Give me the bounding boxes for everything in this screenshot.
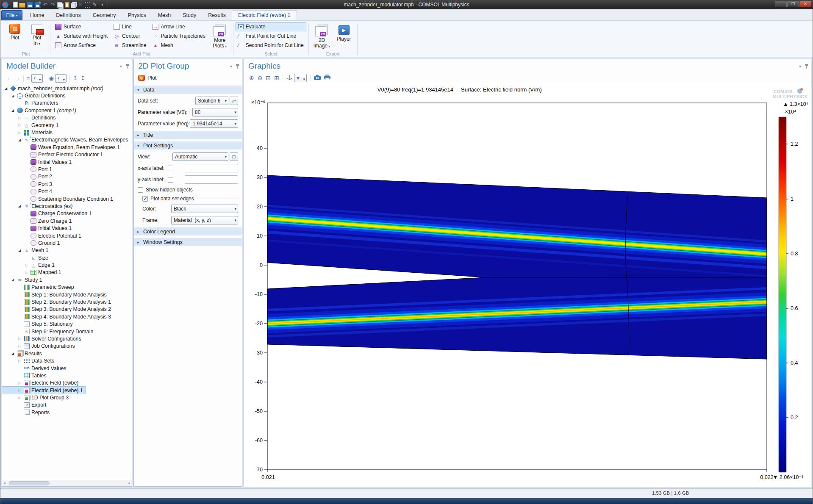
tab-mesh[interactable]: Mesh bbox=[152, 11, 177, 20]
expander-icon[interactable] bbox=[18, 204, 23, 208]
pin-icon[interactable] bbox=[236, 64, 239, 69]
data-set-dropdown[interactable]: Solution 6 bbox=[195, 97, 228, 105]
tree-item-port-2[interactable]: Port 2 bbox=[2, 173, 55, 180]
expander-icon[interactable] bbox=[18, 388, 23, 392]
tree-item-perfect-electric-conductor-1[interactable]: Perfect Electric Conductor 1 bbox=[2, 151, 105, 158]
show-icon[interactable]: ◉ bbox=[49, 75, 54, 82]
expander-icon[interactable] bbox=[18, 123, 23, 127]
first-point-cut-line-button[interactable]: ∕ First Point for Cut Line bbox=[236, 31, 306, 41]
tree-item-component-1[interactable]: Component 1(comp1) bbox=[2, 107, 79, 114]
paste-icon[interactable] bbox=[65, 2, 69, 8]
expander-icon[interactable] bbox=[25, 271, 30, 274]
tree-item-electric-field-ewbe[interactable]: Electric Field (ewbe) bbox=[2, 379, 81, 387]
arrow-line-button[interactable]: →Arrow Line bbox=[150, 22, 208, 31]
tree-item-port-3[interactable]: Port 3 bbox=[2, 180, 55, 188]
tree-item-reports[interactable]: Reports bbox=[2, 409, 52, 416]
tree-item-initial-values-1[interactable]: Initial Values 1 bbox=[2, 158, 74, 166]
open-icon[interactable] bbox=[19, 3, 25, 8]
tree-item-1d-plot-group-3[interactable]: 1D Plot Group 3 bbox=[2, 394, 71, 401]
tab-electric-field-ewbe-1[interactable]: Electric Field (ewbe) 1 bbox=[232, 10, 297, 20]
tree-item-size[interactable]: ◣Size bbox=[2, 254, 51, 261]
tree-item-geometry-1[interactable]: △Geometry 1 bbox=[2, 122, 61, 129]
tree-item-job-configurations[interactable]: Job Configurations bbox=[2, 343, 78, 350]
print-icon[interactable] bbox=[324, 75, 330, 81]
select-frame-icon[interactable] bbox=[85, 2, 90, 8]
section-title[interactable]: Title bbox=[134, 131, 242, 139]
arrow-surface-button[interactable]: →Arrow Surface bbox=[53, 41, 110, 50]
delete-icon[interactable] bbox=[77, 2, 83, 8]
tree-item-solver-configurations[interactable]: Solver Configurations bbox=[2, 335, 84, 342]
freq-dropdown[interactable]: 1.934145e14 bbox=[190, 119, 238, 128]
tree-item-definitions[interactable]: ≡Definitions bbox=[2, 114, 58, 122]
tree-item-wave-equation-beam-envelopes-1[interactable]: Wave Equation, Beam Envelopes 1 bbox=[2, 144, 122, 151]
tree-item-global-definit-ions[interactable]: ≡Global Definit­ions bbox=[2, 92, 68, 99]
zoom-extents-icon[interactable]: ⊞ bbox=[274, 75, 279, 81]
dd-icon[interactable] bbox=[99, 2, 105, 8]
tree-item-edge-1[interactable]: △Edge 1 bbox=[2, 261, 57, 269]
save-as-icon[interactable] bbox=[34, 2, 41, 8]
panel-menu-icon[interactable] bbox=[120, 64, 122, 69]
tree-item-data-sets[interactable]: Data Sets bbox=[2, 357, 57, 364]
show-hidden-objects-checkbox[interactable] bbox=[138, 187, 143, 193]
go-to-source-button[interactable]: ⇄ bbox=[230, 97, 238, 105]
tree-item-mesh-1[interactable]: ▲Mesh 1 bbox=[2, 247, 51, 254]
streamline-button[interactable]: ≋Streamline bbox=[111, 41, 149, 50]
save-icon[interactable] bbox=[27, 2, 33, 8]
tab-study[interactable]: Study bbox=[177, 11, 202, 20]
tab-geometry[interactable]: Geometry bbox=[87, 11, 122, 20]
expander-icon[interactable] bbox=[18, 131, 23, 135]
expander-icon[interactable] bbox=[5, 86, 10, 90]
tree-item-results[interactable]: Results bbox=[2, 350, 44, 357]
particle-trajectories-button[interactable]: ∴Particle Trajectories bbox=[150, 31, 208, 41]
section-plot-settings[interactable]: Plot Settings bbox=[134, 141, 242, 150]
expander-icon[interactable] bbox=[18, 381, 23, 385]
plot-canvas[interactable]: V0(9)=80 freq(1)=1.934145e14 Surface: El… bbox=[244, 83, 811, 487]
maximize-button[interactable]: ❐ bbox=[787, 1, 799, 7]
plot-in-button[interactable]: PlotIn bbox=[26, 22, 48, 50]
tree-item-step-6-frequency-domain[interactable]: ∿Step 6: Frequency Domain bbox=[2, 328, 96, 335]
expander-icon[interactable] bbox=[18, 396, 23, 400]
tree-item-electric-field-ewbe-1[interactable]: Electric Field (ewbe) 1 bbox=[2, 387, 86, 394]
redo-icon[interactable] bbox=[50, 2, 56, 8]
line-button[interactable]: Line bbox=[111, 22, 149, 31]
expander-icon[interactable] bbox=[11, 108, 17, 112]
zoom-in-icon[interactable]: ⊕ bbox=[249, 75, 254, 81]
expander-icon[interactable] bbox=[18, 344, 23, 348]
y-axis-label-checkbox[interactable] bbox=[168, 177, 173, 183]
tree-item-materials[interactable]: Materials bbox=[2, 129, 55, 136]
tree-item-derived-values[interactable]: 8.85Derived Values bbox=[2, 365, 69, 372]
v0-dropdown[interactable]: 80 bbox=[192, 108, 238, 116]
evaluate-button[interactable]: Evaluate bbox=[236, 22, 306, 31]
tree-item-initial-values-1[interactable]: Initial Values 1 bbox=[2, 224, 74, 232]
zoom-box-icon[interactable]: ⊡ bbox=[266, 75, 271, 81]
expander-icon[interactable] bbox=[18, 116, 23, 120]
expander-icon[interactable] bbox=[11, 278, 17, 282]
frame-dropdown[interactable]: Material (x, y, z) bbox=[171, 216, 238, 224]
plot-data-set-edges-checkbox[interactable] bbox=[142, 196, 148, 202]
pin-icon[interactable] bbox=[125, 64, 129, 69]
tree-item-export[interactable]: ↗Export bbox=[2, 402, 49, 409]
zoom-out-icon[interactable]: ⊖ bbox=[258, 75, 263, 81]
tree-item-step-2-boundary-mode-analysis-1[interactable]: Step 2: Boundary Mode Analysis 1 bbox=[2, 298, 114, 305]
mesh-button[interactable]: ▲Mesh bbox=[150, 41, 208, 50]
file-menu-button[interactable]: File bbox=[1, 10, 22, 20]
surface-with-height-button[interactable]: ▲Surface with Height bbox=[53, 31, 110, 41]
plot-button[interactable]: Plot bbox=[4, 22, 26, 50]
new-icon[interactable] bbox=[13, 2, 18, 8]
settings-plot-button[interactable]: Plot bbox=[134, 73, 242, 83]
panel-menu-icon[interactable] bbox=[230, 64, 232, 69]
dropdown-icon[interactable]: ▾ bbox=[294, 74, 307, 82]
player-button[interactable]: Player bbox=[333, 22, 355, 50]
back-icon[interactable]: ← bbox=[6, 75, 12, 82]
tree-item-charge-conservation-1[interactable]: Charge Conservation 1 bbox=[2, 210, 94, 217]
tab-home[interactable]: Home bbox=[24, 11, 50, 20]
x-axis-label-input[interactable] bbox=[185, 164, 238, 172]
section-window-settings[interactable]: Window Settings bbox=[134, 238, 242, 246]
y-axis-label-input[interactable] bbox=[185, 175, 238, 184]
tree-item-port-1[interactable]: Port 1 bbox=[2, 166, 55, 173]
tree-item-study-1[interactable]: ∞Study 1 bbox=[2, 276, 45, 283]
tree-item-step-3-boundary-mode-analysis-2[interactable]: Step 3: Boundary Mode Analysis 2 bbox=[2, 306, 114, 313]
2d-image-button[interactable]: 2D 2DImage bbox=[311, 22, 333, 50]
scrollbar-thumb[interactable] bbox=[9, 481, 50, 485]
tab-definitions[interactable]: Definitions bbox=[50, 11, 86, 20]
